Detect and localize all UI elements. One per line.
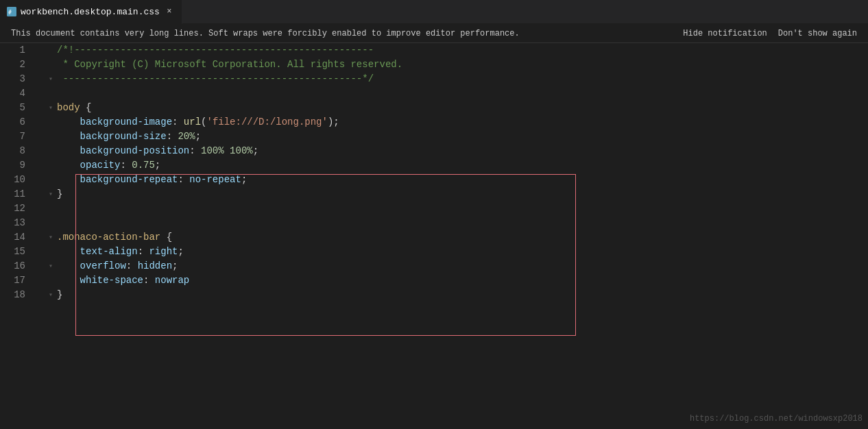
line6-paren1: ( <box>201 115 206 130</box>
notification-actions: Hide notification Don't show again <box>683 29 857 38</box>
line-num-6: 6 <box>0 115 31 130</box>
line15-indent <box>57 245 80 259</box>
line7-colon: : <box>167 130 178 144</box>
line9-indent <box>57 158 80 173</box>
line6-indent <box>57 115 80 130</box>
code-line-6: background-image : url ( ' file:///D:/lo… <box>45 115 868 130</box>
code-area[interactable]: /*!-------------------------------------… <box>38 43 868 429</box>
code-line-15: text-align : right ; <box>45 245 868 259</box>
css-file-icon: # <box>7 7 16 16</box>
code-line-9: opacity : 0.75 ; <box>45 158 868 173</box>
code-line-7: background-size : 20% ; <box>45 130 868 144</box>
tab-filename: workbench.desktop.main.css <box>21 7 160 17</box>
notification-bar: This document contains very long lines. … <box>0 24 868 43</box>
line7-semi: ; <box>195 130 201 144</box>
code-line-2: * Copyright (C) Microsoft Corporation. A… <box>45 58 868 72</box>
line16-indent <box>57 259 80 273</box>
line8-num1: 100% <box>201 144 224 158</box>
fold-3: ▾ <box>45 72 57 86</box>
code-line-10: background-repeat : no-repeat ; <box>45 173 868 187</box>
line-num-1: 1 <box>0 43 31 58</box>
line5-space <box>80 101 86 115</box>
line17-val: nowrap <box>155 273 189 288</box>
dont-show-again-button[interactable]: Don't show again <box>778 29 857 38</box>
code-line-14: ▾ .monaco-action-bar { <box>45 230 868 245</box>
tab-bar: # workbench.desktop.main.css × <box>0 0 868 24</box>
line11-brace: } <box>57 187 62 201</box>
code-line-17: white-space : nowrap <box>45 273 868 288</box>
line6-url-func: url <box>184 115 201 130</box>
line-num-3: 3 <box>0 72 31 86</box>
line16-val: hidden <box>138 259 172 273</box>
line17-indent <box>57 273 80 288</box>
editor: 1 2 3 4 5 6 7 8 9 10 11 12 13 14 15 16 1… <box>0 43 868 429</box>
code-line-13 <box>45 216 868 230</box>
code-line-3: ▾ --------------------------------------… <box>45 72 868 86</box>
fold-11: ▾ <box>45 187 57 201</box>
line6-url: file:///D:/long.png <box>213 115 322 130</box>
line16-prop: overflow <box>80 259 126 273</box>
line2-comment: * Copyright (C) Microsoft Corporation. A… <box>57 58 402 72</box>
line10-semi: ; <box>241 173 247 187</box>
code-line-1: /*!-------------------------------------… <box>45 43 868 58</box>
code-line-16: ▾ overflow : hidden ; <box>45 259 868 273</box>
svg-text:#: # <box>8 10 12 16</box>
line14-space <box>160 230 166 245</box>
line6-paren2: ) <box>328 115 333 130</box>
fold-14: ▾ <box>45 230 57 245</box>
line15-colon: : <box>138 245 149 259</box>
line6-colon: : <box>172 115 184 130</box>
line-num-12: 12 <box>0 201 31 216</box>
line10-colon: : <box>178 173 189 187</box>
line14-selector: .monaco-action-bar <box>57 230 160 245</box>
line-num-9: 9 <box>0 158 31 173</box>
code-line-11: ▾ } <box>45 187 868 201</box>
code-line-8: background-position : 100% 100% ; <box>45 144 868 158</box>
line-num-8: 8 <box>0 144 31 158</box>
line18-brace: } <box>57 288 62 302</box>
line6-prop: background-image <box>80 115 172 130</box>
line10-prop: background-repeat <box>80 173 178 187</box>
fold-16: ▾ <box>45 259 57 273</box>
tab-close-button[interactable]: × <box>164 6 175 17</box>
line-numbers: 1 2 3 4 5 6 7 8 9 10 11 12 13 14 15 16 1… <box>0 43 38 429</box>
code-line-12 <box>45 201 868 216</box>
line15-prop: text-align <box>80 245 138 259</box>
line9-num: 0.75 <box>132 158 155 173</box>
code-line-18: ▾ } <box>45 288 868 302</box>
line6-quote2: ' <box>322 115 328 130</box>
hide-notification-button[interactable]: Hide notification <box>683 29 767 38</box>
line15-semi: ; <box>178 245 183 259</box>
line8-colon: : <box>189 144 201 158</box>
line7-num: 20% <box>178 130 195 144</box>
line1-comment: /*!-------------------------------------… <box>57 43 374 58</box>
line16-semi: ; <box>172 259 178 273</box>
line9-colon: : <box>120 158 132 173</box>
line-num-7: 7 <box>0 130 31 144</box>
code-line-5: ▾ body { <box>45 101 868 115</box>
active-tab[interactable]: # workbench.desktop.main.css × <box>0 0 182 24</box>
line-num-4: 4 <box>0 86 31 101</box>
line-num-14: 14 <box>0 230 31 245</box>
fold-5: ▾ <box>45 101 57 115</box>
line8-prop: background-position <box>80 144 190 158</box>
line-num-18: 18 <box>0 288 31 302</box>
line9-prop: opacity <box>80 158 121 173</box>
line-num-10: 10 <box>0 173 31 187</box>
line7-prop: background-size <box>80 130 167 144</box>
line5-selector: body <box>57 101 80 115</box>
line8-space <box>224 144 230 158</box>
line3-comment: ----------------------------------------… <box>57 72 374 86</box>
line8-semi: ; <box>253 144 258 158</box>
line8-indent <box>57 144 80 158</box>
line7-indent <box>57 130 80 144</box>
line10-val: no-repeat <box>189 173 241 187</box>
line10-indent <box>57 173 80 187</box>
line-num-11: 11 <box>0 187 31 201</box>
line-num-13: 13 <box>0 216 31 230</box>
line-num-15: 15 <box>0 245 31 259</box>
line17-colon: : <box>143 273 155 288</box>
notification-message: This document contains very long lines. … <box>11 29 520 38</box>
line5-brace: { <box>86 101 91 115</box>
line-num-5: 5 <box>0 101 31 115</box>
